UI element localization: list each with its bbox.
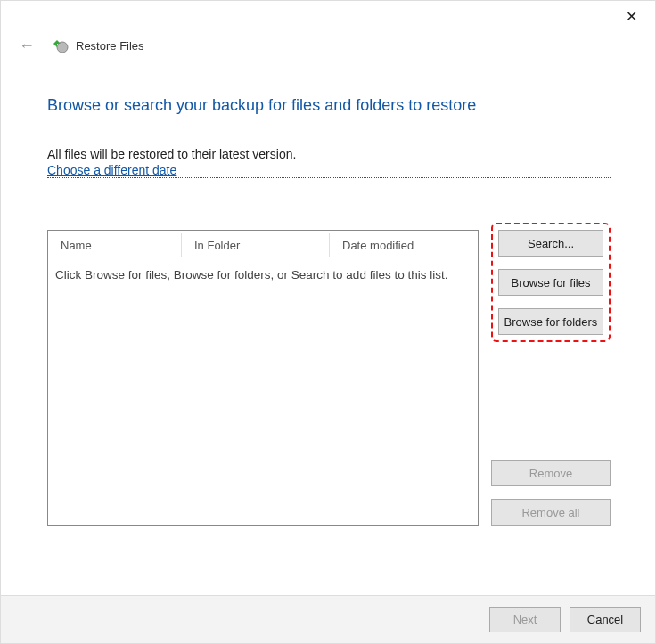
browse-for-files-button[interactable]: Browse for files [498, 269, 603, 296]
header-title-group: Restore Files [53, 38, 144, 54]
restore-files-icon [53, 38, 69, 54]
column-header-folder[interactable]: In Folder [182, 233, 330, 257]
remove-button: Remove [491, 460, 611, 486]
restore-files-window: ✕ ← Restore Files Browse or search your … [0, 0, 656, 644]
side-buttons: Search... Browse for files Browse for fo… [491, 230, 611, 526]
remove-buttons-group: Remove Remove all [491, 374, 611, 526]
back-arrow-icon[interactable]: ← [15, 37, 38, 55]
page-title: Browse or search your backup for files a… [47, 96, 611, 115]
choose-different-date-link[interactable]: Choose a different date [47, 163, 611, 178]
list-placeholder: Click Browse for files, Browse for folde… [48, 259, 478, 525]
annotation-highlight: Search... Browse for files Browse for fo… [491, 223, 611, 342]
content-area: Browse or search your backup for files a… [1, 55, 655, 595]
wizard-header: ← Restore Files [1, 33, 655, 55]
main-row: Name In Folder Date modified Click Brows… [47, 230, 611, 526]
next-button: Next [489, 607, 561, 632]
header-title: Restore Files [76, 39, 144, 53]
browse-for-folders-button[interactable]: Browse for folders [498, 308, 603, 335]
wizard-footer: Next Cancel [1, 595, 655, 643]
titlebar: ✕ [1, 1, 655, 33]
column-header-name[interactable]: Name [48, 233, 182, 257]
close-icon[interactable]: ✕ [620, 8, 643, 26]
column-header-date[interactable]: Date modified [330, 233, 478, 257]
search-button[interactable]: Search... [498, 230, 603, 257]
remove-all-button: Remove all [491, 499, 611, 526]
file-list[interactable]: Name In Folder Date modified Click Brows… [47, 230, 479, 526]
cancel-button[interactable]: Cancel [570, 607, 641, 632]
info-text: All files will be restored to their late… [47, 147, 611, 161]
list-headers: Name In Folder Date modified [48, 231, 478, 259]
